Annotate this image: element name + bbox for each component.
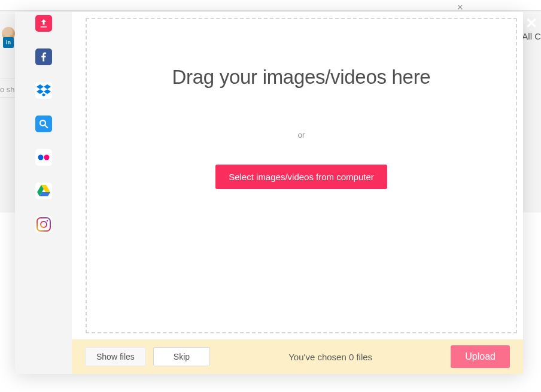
svg-point-2 bbox=[38, 155, 43, 160]
svg-point-3 bbox=[44, 155, 49, 160]
dropzone[interactable]: Drag your images/videos here or Select i… bbox=[86, 18, 517, 333]
svg-point-0 bbox=[40, 120, 45, 126]
skip-button[interactable]: Skip bbox=[153, 347, 210, 366]
flickr-icon bbox=[37, 150, 51, 165]
source-sidebar bbox=[15, 12, 72, 374]
facebook-icon bbox=[38, 51, 49, 62]
svg-point-6 bbox=[46, 220, 48, 222]
bg-divider bbox=[0, 78, 15, 78]
select-files-button[interactable]: Select images/videos from computer bbox=[215, 165, 387, 189]
svg-line-1 bbox=[45, 125, 48, 128]
bg-text-fragment: All C bbox=[522, 31, 541, 41]
upload-icon bbox=[38, 18, 49, 29]
source-upload[interactable] bbox=[35, 15, 52, 32]
source-flickr[interactable] bbox=[35, 149, 52, 166]
file-count-status: You've chosen 0 files bbox=[210, 352, 451, 362]
status-suffix: files bbox=[354, 352, 372, 362]
dropbox-icon bbox=[37, 83, 51, 98]
status-prefix: You've chosen bbox=[288, 352, 349, 362]
upload-button[interactable]: Upload bbox=[451, 345, 510, 368]
svg-point-5 bbox=[41, 221, 47, 227]
show-files-button[interactable]: Show files bbox=[85, 347, 146, 366]
dropzone-wrapper: Drag your images/videos here or Select i… bbox=[72, 12, 523, 339]
source-search[interactable] bbox=[35, 116, 52, 132]
dropzone-heading: Drag your images/videos here bbox=[172, 66, 431, 89]
main-panel: Drag your images/videos here or Select i… bbox=[72, 12, 523, 374]
source-instagram[interactable] bbox=[35, 216, 52, 233]
svg-rect-4 bbox=[37, 218, 50, 231]
upload-modal: Drag your images/videos here or Select i… bbox=[15, 12, 523, 374]
close-icon[interactable]: ✕ bbox=[525, 15, 537, 32]
search-icon bbox=[38, 118, 49, 129]
footer-bar: Show files Skip You've chosen 0 files Up… bbox=[72, 339, 523, 374]
source-facebook[interactable] bbox=[35, 48, 52, 65]
source-dropbox[interactable] bbox=[35, 82, 52, 99]
google-drive-icon bbox=[37, 184, 51, 198]
bg-divider bbox=[0, 97, 15, 98]
instagram-icon bbox=[37, 217, 51, 232]
source-google-drive[interactable] bbox=[35, 183, 52, 199]
linkedin-badge: in bbox=[3, 37, 14, 48]
or-text: or bbox=[298, 130, 305, 139]
bg-text-fragment: o sh bbox=[0, 85, 15, 94]
